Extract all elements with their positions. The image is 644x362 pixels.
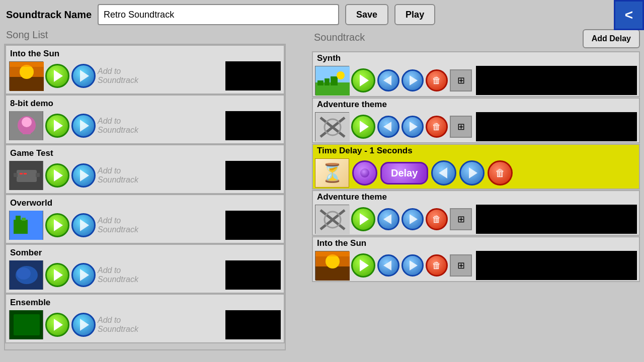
settings-button[interactable]: ⊞ [450,69,472,92]
list-item: Time Delay - 1 Seconds ⏳ Delay 🗑 [312,144,640,190]
settings-button[interactable]: ⊞ [450,208,472,230]
delay-prev-button[interactable] [431,160,456,186]
play-button[interactable] [351,115,375,139]
play-button[interactable] [45,313,69,337]
add-to-soundtrack-button[interactable] [71,114,96,138]
song-thumbnail [9,111,43,140]
song-preview [225,61,281,90]
game-thumbnail-art [10,161,43,190]
svg-rect-25 [317,80,324,85]
adventure-thumbnail-art [315,113,350,142]
add-to-soundtrack-button[interactable] [71,64,96,88]
svg-rect-9 [17,170,37,182]
add-to-soundtrack-button[interactable] [71,313,96,337]
sliders-icon: ⊞ [457,75,465,86]
song-name: Overworld [8,197,282,210]
settings-button[interactable]: ⊞ [450,254,472,277]
track-preview [476,205,637,234]
delay-purple-button[interactable] [352,160,377,186]
play-button[interactable] [45,213,69,237]
svg-point-2 [20,65,34,79]
add-label: Add toSoundtrack [98,117,138,135]
track-name: Into the Sun [313,237,639,250]
svg-point-6 [22,117,32,127]
prev-button[interactable] [377,116,399,138]
svg-rect-22 [14,314,40,335]
song-thumbnail [9,211,43,240]
prev-button[interactable] [377,208,399,230]
header: Soundtrack Name Save Play [0,0,644,29]
soundtrack-name-input[interactable] [98,4,339,25]
add-delay-button[interactable]: Add Delay [583,29,640,48]
svg-rect-1 [10,77,44,91]
delay-next-button[interactable] [459,160,485,186]
svg-rect-15 [14,220,28,234]
play-button[interactable] [351,253,375,278]
next-button[interactable] [401,69,424,92]
adventure2-thumbnail-art [315,205,350,234]
delete-button[interactable]: 🗑 [426,69,448,92]
song-thumbnail [9,260,43,290]
overworld-thumbnail-art [10,211,43,240]
track-name: Adventure theme [313,191,639,204]
settings-button[interactable]: ⊞ [450,116,472,138]
add-label: Add toSoundtrack [98,67,138,85]
delete-button[interactable]: 🗑 [426,254,448,277]
list-item: Adventure theme 🗑 [312,98,640,143]
soundtrack-title: Soundtrack [312,32,365,43]
svg-rect-11 [24,173,27,174]
next-button[interactable] [401,116,424,138]
svg-rect-27 [331,76,338,85]
track-name: Synth [313,52,639,65]
delay-controls: ⏳ Delay 🗑 [313,157,639,189]
track-thumbnail [315,112,349,141]
list-item: Ensemble Add toSoundtrack [5,294,285,343]
list-item: Into the Sun 🗑 [312,236,640,282]
prev-button[interactable] [377,69,399,92]
back-button[interactable]: < [614,0,644,30]
delay-name: Time Delay - 1 Seconds [313,145,639,157]
delete-button[interactable]: 🗑 [426,208,448,230]
trash-icon: 🗑 [432,122,441,132]
song-name: Game Test [8,147,282,160]
add-label: Add toSoundtrack [98,266,138,284]
add-to-soundtrack-button[interactable] [71,163,96,188]
main-layout: Song List Into the Sun [0,29,644,358]
add-to-soundtrack-button[interactable] [71,213,96,237]
play-button[interactable] [45,163,69,188]
play-button[interactable] [45,263,69,287]
delete-button[interactable]: 🗑 [426,116,448,138]
add-to-soundtrack-button[interactable] [71,263,96,287]
song-controls: Add toSoundtrack [8,210,282,241]
track-preview [476,251,637,280]
somber-thumbnail-art [10,260,43,290]
play-button[interactable]: Play [394,4,435,25]
song-preview [225,111,281,140]
trash-icon: 🗑 [495,167,505,179]
song-preview [225,211,281,240]
song-thumbnail [9,61,43,90]
play-button[interactable] [45,64,69,88]
track-thumbnail [315,66,349,95]
play-button[interactable] [351,68,375,93]
prev-button[interactable] [377,254,399,277]
trash-icon: 🗑 [432,75,441,86]
play-button[interactable] [351,207,375,231]
delay-label-button[interactable]: Delay [380,162,428,185]
play-button[interactable] [45,114,69,138]
delay-delete-button[interactable]: 🗑 [488,160,513,186]
sun2-thumbnail-art [315,251,350,281]
next-button[interactable] [401,208,424,230]
song-list-container: Into the Sun Add toSoundtrack [4,44,286,350]
save-button[interactable]: Save [345,4,388,25]
next-button[interactable] [401,254,424,277]
list-item: Game Test Add toSound [5,144,285,194]
svg-point-39 [326,254,340,268]
song-name: Into the Sun [8,48,282,60]
song-controls: Add toSoundtrack [8,309,282,340]
sun-thumbnail-art [10,62,44,91]
delay-thumbnail: ⏳ [315,158,349,188]
soundtrack-header: Soundtrack Add Delay [312,29,640,48]
svg-rect-26 [325,78,330,85]
song-thumbnail [9,310,43,339]
